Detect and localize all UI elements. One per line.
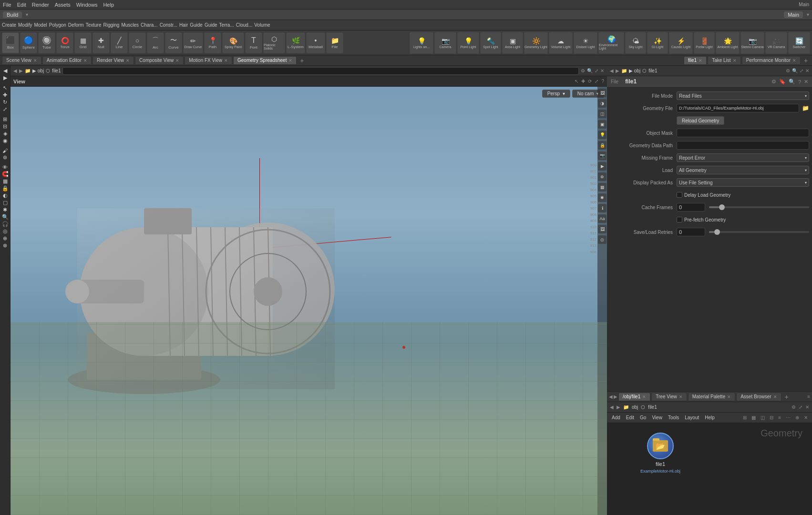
tool-font[interactable]: T Font (245, 32, 262, 53)
transform-btn[interactable]: ✚ (3, 92, 7, 98)
vp-close-icon[interactable]: ✕ (600, 68, 604, 73)
tool-lsystem[interactable]: 🌿 L-System (286, 32, 305, 53)
vp-help[interactable]: ? (601, 79, 604, 84)
magnet-btn[interactable]: ◎ (3, 228, 8, 234)
tab-right-add-button[interactable]: + (802, 56, 810, 65)
vp-camera2-btn[interactable]: 📷 (598, 151, 606, 160)
file-node[interactable]: 📂 file1 ExampleMotor-Hi.obj (640, 433, 680, 474)
lights-stereo-btn[interactable]: 📷 Stereo Camera (740, 32, 764, 54)
vp-ctrl-3[interactable]: ⟳ (588, 79, 592, 84)
vp-backdrop-btn[interactable]: ▣ (598, 120, 606, 129)
lights-lights-btn[interactable]: 💡 Lights an... (410, 32, 433, 54)
bp-go-btn[interactable]: Go (638, 415, 648, 420)
toolbar-chara[interactable]: Chara... (141, 22, 158, 28)
tab-render-close[interactable]: ✕ (126, 58, 130, 63)
lights-geometry-btn[interactable]: 🔆 Geometry Light (524, 32, 548, 54)
panel-close2-icon[interactable]: ✕ (804, 79, 808, 85)
tool-box[interactable]: ⬛ Box (2, 32, 19, 53)
tool-arc[interactable]: ⌒ Arc (147, 32, 164, 53)
tool-tube[interactable]: 🔘 Tube (38, 32, 55, 53)
vp-ctrl-4[interactable]: ⤢ (595, 79, 598, 84)
select-connected-btn[interactable]: ◉ (3, 138, 8, 144)
tab-render-view[interactable]: Render View ✕ (93, 56, 134, 65)
menu-render[interactable]: Render (32, 2, 49, 8)
bp-icon7[interactable]: ⊕ (794, 415, 801, 420)
bp-icon2[interactable]: ▦ (750, 415, 757, 420)
panel-search2-icon[interactable]: 🔍 (789, 79, 795, 85)
right-close-icon[interactable]: ✕ (805, 68, 809, 73)
zoom-btn[interactable]: 🔍 (2, 214, 9, 220)
lights-point-btn[interactable]: 💡 Point Light (457, 32, 479, 54)
lights-distant-btn[interactable]: ☀ Distant Light (574, 32, 597, 54)
lights-sky-btn[interactable]: 🌤 Sky Light (625, 32, 646, 54)
tool-file[interactable]: 📁 File (326, 32, 343, 53)
tab-geometry-spreadsheet[interactable]: Geometry Spreadsheet ✕ (233, 56, 297, 65)
vp-display-btn[interactable]: 🖼 (598, 89, 606, 97)
vp-nav-right[interactable]: ▶ (19, 68, 23, 73)
toolbar-hair[interactable]: Hair (179, 22, 188, 28)
tool-grid[interactable]: ▦ Grid (74, 32, 92, 53)
display-packed-dropdown[interactable]: Use File Setting ▾ (677, 178, 809, 187)
tab-add-button[interactable]: + (298, 56, 306, 65)
delay-load-box[interactable] (677, 192, 682, 198)
view-mode-btn[interactable]: 👁 (2, 164, 8, 170)
vp-img-btn[interactable]: 🖼 (598, 225, 606, 233)
paint-select-btn[interactable]: 🖌 (2, 148, 8, 153)
lights-portal-btn[interactable]: 🚪 Portal Light (694, 32, 715, 54)
lights-vr-btn[interactable]: 🎥 VR Camera (765, 32, 787, 54)
tab-composite-view[interactable]: Composite View ✕ (135, 56, 184, 65)
tab-tree-view[interactable]: Tree View ✕ (651, 393, 687, 401)
prefetch-box[interactable] (677, 217, 682, 222)
persp-button[interactable]: Persp ▾ (542, 90, 570, 98)
menu-help[interactable]: Help (103, 2, 114, 8)
vp-handle2-btn[interactable]: ✱ (598, 193, 606, 202)
tab-material-palette[interactable]: Material Palette ✕ (688, 393, 735, 401)
lights-volume-btn[interactable]: ☁ Volume Light (549, 32, 573, 54)
lights-switcher-btn[interactable]: 🔄 Switcher (788, 32, 810, 54)
tool-curve[interactable]: 〜 Curve (165, 32, 182, 53)
vp-nav-left[interactable]: ◀ (13, 68, 17, 73)
tab-motion-fx[interactable]: Motion FX View ✕ (185, 56, 232, 65)
menu-edit[interactable]: Edit (17, 2, 26, 8)
tool-null[interactable]: ✚ Null (93, 32, 110, 53)
menu-assets[interactable]: Assets (55, 2, 71, 8)
lights-spot-btn[interactable]: 🔦 Spot Light (480, 32, 501, 54)
bp-icon4[interactable]: ⊟ (768, 415, 775, 420)
prefetch-checkbox[interactable]: Pre-fetch Geometry (677, 217, 726, 222)
vp-ctrl-2[interactable]: ✚ (581, 79, 585, 84)
file-node-icon[interactable]: 📂 (647, 433, 674, 459)
toolbar-polygon[interactable]: Polygon (49, 22, 66, 28)
tab-perf-close[interactable]: ✕ (792, 58, 796, 63)
tab-scene-view[interactable]: Scene View ✕ (2, 56, 41, 65)
nav-left-btn[interactable]: ◀ (3, 68, 7, 74)
bp-layout-btn[interactable]: Layout (683, 415, 701, 420)
right-nav-left[interactable]: ◀ (610, 68, 614, 73)
bp-icon6[interactable]: ⋯ (784, 415, 792, 420)
toolbar-rigging[interactable]: Rigging (103, 22, 119, 28)
right-expand-icon[interactable]: ⤢ (800, 68, 803, 73)
bp-icon5[interactable]: ≡ (777, 415, 782, 420)
bottom-nav-right[interactable]: ▶ (614, 394, 617, 399)
tool-draw-curve[interactable]: ✏ Draw Curve (183, 32, 203, 53)
snap-btn[interactable]: 🧲 (2, 171, 9, 177)
object-mask-input[interactable] (677, 129, 809, 137)
toolbar-volume[interactable]: Volume (254, 22, 270, 28)
save-load-slider[interactable] (709, 231, 809, 233)
panel-gear-icon[interactable]: ⚙ (771, 79, 776, 85)
vp-compass-btn[interactable]: ◎ (598, 235, 606, 244)
bottom-fwd-btn[interactable]: ▶ (617, 404, 620, 410)
toolbar-guide1[interactable]: Guide (190, 22, 203, 28)
extra-btn[interactable]: ⊗ (3, 242, 7, 249)
tab-composite-close[interactable]: ✕ (175, 58, 179, 63)
toolbar-guide2[interactable]: Guide (205, 22, 217, 28)
tab-obj-file1-close[interactable]: ✕ (642, 394, 646, 399)
bottom-expand-icon[interactable]: ⤢ (799, 404, 802, 410)
tool-sphere[interactable]: 🔵 Sphere (20, 32, 37, 53)
lights-gi-btn[interactable]: ✨ GI Light (647, 32, 668, 54)
select-tool-btn[interactable]: ↖ (3, 85, 7, 91)
render-region-btn[interactable]: ▢ (3, 200, 8, 206)
lights-env-btn[interactable]: 🌍 Environment Light (598, 32, 624, 54)
main-label[interactable]: Main (784, 11, 803, 18)
menu-windows[interactable]: Windows (76, 2, 98, 8)
file-mode-dropdown[interactable]: Read Files ▾ (677, 91, 809, 100)
